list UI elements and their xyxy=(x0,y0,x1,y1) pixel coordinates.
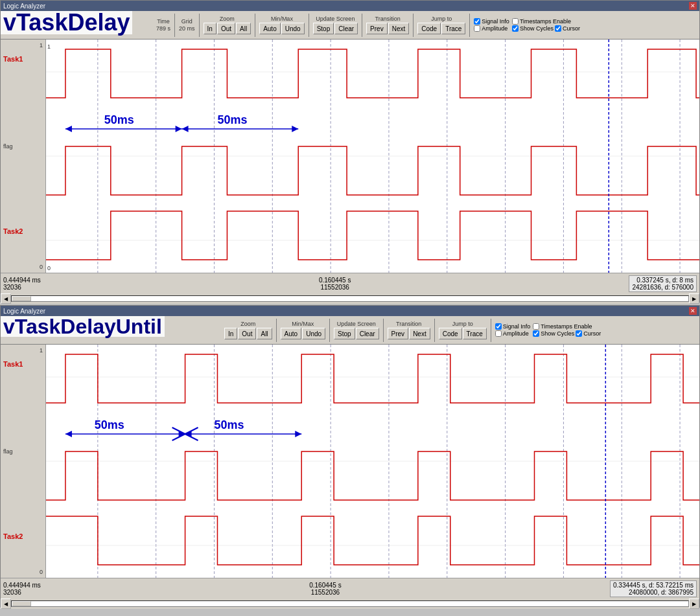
svg-text:50ms: 50ms xyxy=(104,113,134,126)
panel2: Logic Analyzer ✕ vTaskDelayUntil Zoom In… xyxy=(0,305,700,608)
p2-divider2 xyxy=(329,319,330,342)
panel2-prev-button[interactable]: Prev xyxy=(388,328,409,339)
panel2-zoom-in-button[interactable]: In xyxy=(224,328,237,339)
panel1-trace-button[interactable]: Trace xyxy=(441,23,465,34)
panel1-grid-label: Grid xyxy=(181,18,192,25)
svg-text:1: 1 xyxy=(47,43,51,50)
panel2-close-button[interactable]: ✕ xyxy=(689,307,697,315)
divider5 xyxy=(362,14,362,37)
panel1-scrollbar-track[interactable] xyxy=(11,295,689,302)
panel1-scale-0: 0 xyxy=(40,264,43,270)
panel2-scroll-right[interactable]: ▶ xyxy=(689,599,699,609)
panel1-signal-info-checkbox[interactable] xyxy=(474,18,480,25)
panel2-cursor-label: Cursor xyxy=(583,330,601,337)
panel1-auto-button[interactable]: Auto xyxy=(259,23,281,34)
panel1-zoom-buttons: In Out All xyxy=(204,23,251,34)
panel2-canvas[interactable]: 50ms 50ms xyxy=(46,345,699,578)
panel1-zoom-label: Zoom xyxy=(220,16,235,22)
panel1-minmax-label: Min/Max xyxy=(271,16,293,22)
panel2-scrollbar[interactable]: ◀ ▶ xyxy=(1,599,699,609)
panel2-task1-label: Task1 xyxy=(3,360,23,368)
panel1-amplitude-check[interactable]: Amplitude xyxy=(474,25,509,32)
panel2-scroll-left[interactable]: ◀ xyxy=(1,599,11,609)
panel2-signal-info-label: Signal Info xyxy=(503,323,531,330)
svg-text:0: 0 xyxy=(47,265,51,271)
panel1-zoom-in-button[interactable]: In xyxy=(204,23,216,34)
panel1-scale-1: 1 xyxy=(40,42,43,49)
panel2-scrollbar-track[interactable] xyxy=(11,600,689,607)
panel2-jumpto-buttons: Code Trace xyxy=(439,328,487,339)
panel1-scroll-right[interactable]: ▶ xyxy=(689,293,699,304)
panel1-show-cycles-checkbox[interactable] xyxy=(512,25,519,32)
panel2-next-button[interactable]: Next xyxy=(409,328,430,339)
panel2-status-ticks2: 11552036 xyxy=(311,589,340,596)
panel1-close-button[interactable]: ✕ xyxy=(689,2,697,10)
divider4 xyxy=(309,14,309,37)
panel1-signal-info-check[interactable]: Signal Info xyxy=(474,18,509,25)
panel2-checkbox-group2: Timestamps Enable Show Cycles Cursor xyxy=(533,323,601,337)
panel2-minmax-label: Min/Max xyxy=(292,321,314,327)
panel1-grid-value: 20 ms xyxy=(179,25,195,32)
panel2-show-cycles-check[interactable]: Show Cycles Cursor xyxy=(533,330,601,337)
panel1-transition-buttons: Prev Next xyxy=(366,23,409,34)
panel2-signal-info-checkbox[interactable] xyxy=(495,323,502,330)
panel1-scrollbar-thumb[interactable] xyxy=(12,296,31,301)
panel1-stop-button[interactable]: Stop xyxy=(313,23,334,34)
panel2-timestamps-check[interactable]: Timestamps Enable xyxy=(533,323,601,330)
panel2-amplitude-checkbox[interactable] xyxy=(495,330,502,337)
divider2 xyxy=(199,14,200,37)
panel1-clear-button[interactable]: Clear xyxy=(334,23,358,34)
panel2-status-time3: 0.334445 s, d: 53.72215 ms xyxy=(613,582,694,589)
panel1-zoom-out-button[interactable]: Out xyxy=(217,23,235,34)
panel2-auto-button[interactable]: Auto xyxy=(281,328,302,339)
p2-divider5 xyxy=(491,319,491,342)
panel2-timestamps-checkbox[interactable] xyxy=(533,323,539,330)
panel2-zoom-all-button[interactable]: All xyxy=(257,328,272,339)
panel2-undo-button[interactable]: Undo xyxy=(302,328,325,339)
panel1-minmax-section: Min/Max Auto Undo xyxy=(259,16,304,34)
panel1-undo-button[interactable]: Undo xyxy=(281,23,305,34)
panel1-amplitude-checkbox[interactable] xyxy=(474,25,480,32)
panel1-prev-button[interactable]: Prev xyxy=(366,23,388,34)
panel2-cursor-checkbox[interactable] xyxy=(576,330,582,337)
panel1-status-bar: 0.444944 ms 32036 0.160445 s 11552036 0.… xyxy=(1,273,699,293)
svg-marker-17 xyxy=(176,126,182,132)
panel1-cursor-checkbox[interactable] xyxy=(555,25,561,32)
panel1-next-button[interactable]: Next xyxy=(388,23,410,34)
panel1-timestamps-checkbox[interactable] xyxy=(512,18,519,25)
panel1-titlebar-text: Logic Analyzer xyxy=(3,3,45,10)
panel2-stop-button[interactable]: Stop xyxy=(334,328,355,339)
panel1-signal-labels: 1 Task1 flag Task2 0 xyxy=(1,40,46,273)
panel1-scrollbar[interactable]: ◀ ▶ xyxy=(1,293,699,304)
panel1-jumpto-section: Jump to Code Trace xyxy=(417,16,465,34)
panel2-status-bar: 0.444944 ms 32036 0.160445 s 11552036 0.… xyxy=(1,578,699,599)
panel1-zoom-all-button[interactable]: All xyxy=(236,23,251,34)
panel2-update-buttons: Stop Clear xyxy=(334,328,379,339)
panel1-timestamps-check[interactable]: Timestamps Enable xyxy=(512,18,580,25)
p2-divider3 xyxy=(383,319,384,342)
panel2-show-cycles-label: Show Cycles xyxy=(541,330,574,337)
panel2-amplitude-check[interactable]: Amplitude xyxy=(495,330,531,337)
svg-marker-16 xyxy=(65,126,72,132)
svg-text:50ms: 50ms xyxy=(217,113,247,126)
panel2-scrollbar-thumb[interactable] xyxy=(12,601,31,606)
panel1-minmax-buttons: Auto Undo xyxy=(259,23,304,34)
panel2-show-cycles-checkbox[interactable] xyxy=(533,330,539,337)
panel1-code-button[interactable]: Code xyxy=(417,23,441,34)
panel1-scroll-left[interactable]: ◀ xyxy=(1,293,11,304)
panel1-show-cycles-check[interactable]: Show Cycles Cursor xyxy=(512,25,580,32)
panel2-code-button[interactable]: Code xyxy=(439,328,462,339)
panel2-transition-section: Transition Prev Next xyxy=(388,321,430,339)
panel1-time-section: Time 789 s xyxy=(156,18,170,32)
panel2-signal-info-check[interactable]: Signal Info xyxy=(495,323,531,330)
panel1-transition-label: Transition xyxy=(375,16,401,22)
panel2-trace-button[interactable]: Trace xyxy=(463,328,487,339)
panel1-canvas[interactable]: 50ms 50ms 1 0 xyxy=(46,40,699,273)
panel2-zoom-out-button[interactable]: Out xyxy=(238,328,256,339)
panel2-clear-button[interactable]: Clear xyxy=(356,328,379,339)
panel2-amplitude-label: Amplitude xyxy=(503,330,529,337)
svg-text:50ms: 50ms xyxy=(214,418,244,431)
panel2-zoom-buttons: In Out All xyxy=(224,328,272,339)
panel1-time-value: 789 s xyxy=(156,25,170,32)
panel1-status-left: 0.444944 ms 32036 xyxy=(3,277,41,291)
